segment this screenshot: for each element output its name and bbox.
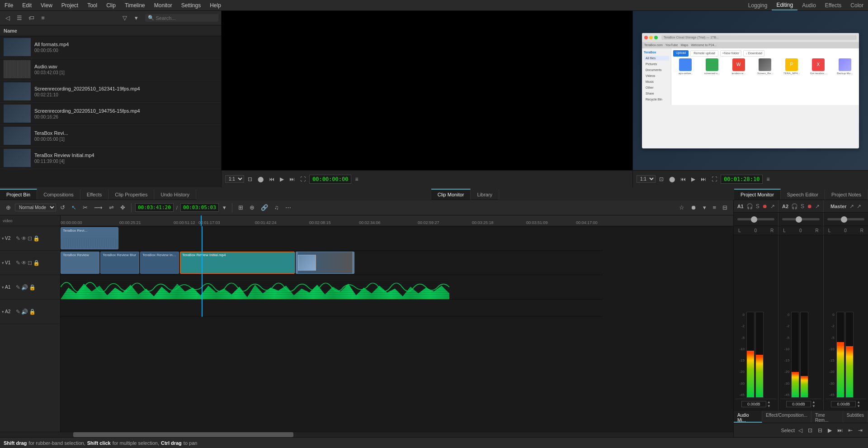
tl-props-btn[interactable]: ≡ xyxy=(710,203,718,212)
file-item-2[interactable]: Screenrecording_20220510_162341-19fps.mp… xyxy=(0,81,221,103)
tab-compositions[interactable]: Compositions xyxy=(37,189,80,200)
mixer-footer-btn5[interactable]: ⏭ xyxy=(835,426,844,434)
proj-prev-btn[interactable]: ⏮ xyxy=(679,175,688,183)
tab-clip-monitor[interactable]: Clip Monitor xyxy=(431,189,471,200)
mixer-a2-headphone[interactable]: 🎧 xyxy=(791,203,798,210)
menu-item-monitor[interactable]: Monitor xyxy=(150,1,177,10)
v1-lock-icon[interactable]: ✎ xyxy=(16,260,20,266)
clip-v1-2[interactable]: TeraBox Review Blur xyxy=(100,252,139,274)
proj-next-btn[interactable]: ⏭ xyxy=(699,175,708,183)
v2-eye-icon[interactable]: 👁 xyxy=(21,235,27,242)
a2-collapse[interactable]: ▾ xyxy=(2,310,4,314)
bin-menu-btn[interactable]: ≡ xyxy=(38,14,48,23)
clip-in-btn[interactable]: ⬤ xyxy=(256,175,265,183)
tab-effects[interactable]: Effects xyxy=(80,189,108,200)
tab-speech-editor[interactable]: Speech Editor xyxy=(781,189,825,200)
tl-slip-btn[interactable]: ⇌ xyxy=(107,203,116,212)
mixer-footer-btn2[interactable]: ⊡ xyxy=(806,426,814,434)
file-item-4[interactable]: TeraBox Revi...00:00:05:00 [1] xyxy=(0,125,221,147)
tl-transform-btn[interactable]: ↺ xyxy=(58,203,67,212)
tl-snap-btn[interactable]: ⊕ xyxy=(247,203,257,212)
clip-prev-btn[interactable]: ⏮ xyxy=(267,175,276,183)
tl-mode-select[interactable]: Normal Mode xyxy=(15,204,56,211)
bin-back-btn[interactable]: ◁ xyxy=(3,14,13,23)
a1-collapse[interactable]: ▾ xyxy=(2,285,4,290)
tab-clip-properties[interactable]: Clip Properties xyxy=(108,189,154,200)
v2-snapshot-icon[interactable]: ⊡ xyxy=(28,235,32,242)
a1-audio-clip[interactable] xyxy=(61,275,449,299)
filter-btn[interactable]: ▽ xyxy=(120,14,130,23)
proj-zoom-btn[interactable]: ⊡ xyxy=(657,175,665,183)
mixer-footer-btn7[interactable]: ⇥ xyxy=(856,426,864,434)
tab-undo-history[interactable]: Undo History xyxy=(154,189,196,200)
v2-lock-icon[interactable]: ✎ xyxy=(16,235,20,242)
mixer-footer-btn4[interactable]: ▶ xyxy=(826,426,834,434)
menu-item-timeline[interactable]: Timeline xyxy=(120,1,150,10)
tl-insert-btn[interactable]: ⟿ xyxy=(92,203,105,212)
v1-collapse[interactable]: ▾ xyxy=(2,261,4,265)
tab-project-notes[interactable]: Project Notes xyxy=(825,189,868,200)
timeline-scrollbar[interactable] xyxy=(0,432,733,437)
tl-audio-btn[interactable]: ♫ xyxy=(272,203,281,212)
tl-track-add-btn[interactable]: ⊕ xyxy=(4,203,13,212)
a2-padlock-icon[interactable]: 🔒 xyxy=(29,309,36,315)
clip-v1-4[interactable]: TeraBox Review Initial.mp4 xyxy=(180,252,295,274)
file-item-0[interactable]: All formats.mp400:00:05:00 xyxy=(0,36,221,58)
tl-select-btn[interactable]: ↖ xyxy=(69,203,79,212)
v2-padlock-icon[interactable]: 🔒 xyxy=(33,235,40,242)
file-item-1[interactable]: Audio.wav00:03:42:03 [1] xyxy=(0,58,221,81)
mixer-master-headphone[interactable]: ↗ xyxy=(849,203,854,210)
search-input[interactable] xyxy=(156,15,216,21)
mixer-tab-time[interactable]: Time Rem... xyxy=(811,410,843,423)
tab-project-bin[interactable]: Project Bin xyxy=(0,189,37,200)
clip-menu-btn[interactable]: ≡ xyxy=(353,175,360,183)
tl-fit-btn[interactable]: ⊞ xyxy=(236,203,245,212)
menu-item-view[interactable]: View xyxy=(36,1,57,10)
proj-menu-btn[interactable]: ≡ xyxy=(764,175,771,183)
a1-padlock-icon[interactable]: 🔒 xyxy=(29,284,36,291)
mixer-footer-btn6[interactable]: ⇤ xyxy=(846,426,854,434)
clip-play-btn[interactable]: ▶ xyxy=(278,175,286,183)
master-fader-knob[interactable] xyxy=(841,216,847,223)
a2-lock-icon[interactable]: ✎ xyxy=(16,309,20,315)
tl-hand-btn[interactable]: ✥ xyxy=(118,203,127,212)
menu-logging[interactable]: Logging xyxy=(744,1,772,10)
a1-mute-icon[interactable]: 🔊 xyxy=(21,284,28,291)
bin-list-btn[interactable]: ☰ xyxy=(14,14,24,23)
mixer-tab-audio[interactable]: Audio Mi... xyxy=(734,410,762,423)
mixer-a2-solo[interactable]: S xyxy=(801,203,804,210)
v1-padlock-icon[interactable]: 🔒 xyxy=(33,260,40,266)
menu-editing[interactable]: Editing xyxy=(772,0,797,10)
menu-item-tool[interactable]: Tool xyxy=(83,1,102,10)
menu-audio[interactable]: Audio xyxy=(797,1,821,10)
clip-next-btn[interactable]: ⏭ xyxy=(288,175,297,183)
tl-cut-btn[interactable]: ✂ xyxy=(80,203,90,212)
v2-collapse[interactable]: ▾ xyxy=(2,236,4,241)
clip-zoom-btn[interactable]: ⊡ xyxy=(246,175,254,183)
file-item-5[interactable]: TeraBox Review Initial.mp400:11:39:00 [4… xyxy=(0,147,221,169)
mixer-a1-solo[interactable]: S xyxy=(756,203,760,210)
filter-arrow-btn[interactable]: ▾ xyxy=(132,14,142,23)
mixer-tab-effect[interactable]: Effect/Composition... xyxy=(762,410,811,423)
scrollbar-thumb[interactable] xyxy=(73,432,293,437)
menu-effects[interactable]: Effects xyxy=(821,1,846,10)
clip-v1-1[interactable]: TeraBox Review xyxy=(61,252,99,274)
bin-tag-btn[interactable]: 🏷 xyxy=(26,14,36,23)
proj-play-btn[interactable]: ▶ xyxy=(689,175,697,183)
mixer-master-send[interactable]: ↗ xyxy=(857,203,861,210)
tl-more-btn[interactable]: ⋯ xyxy=(283,203,293,212)
tl-star-btn[interactable]: ☆ xyxy=(677,203,687,212)
tab-library[interactable]: Library xyxy=(471,189,499,200)
clip-fullscreen-btn[interactable]: ⛶ xyxy=(298,175,307,183)
tl-record-dropdown[interactable]: ▾ xyxy=(701,203,708,212)
menu-item-help[interactable]: Help xyxy=(205,1,226,10)
menu-item-file[interactable]: File xyxy=(0,1,18,10)
mixer-footer-btn1[interactable]: ◁ xyxy=(797,426,804,434)
master-db-spinner[interactable]: ▲ ▼ xyxy=(857,400,860,408)
mixer-a2-send[interactable]: ↗ xyxy=(815,203,820,210)
proj-fullscreen-btn[interactable]: ⛶ xyxy=(710,175,719,183)
tab-project-monitor[interactable]: Project Monitor xyxy=(734,189,781,200)
v1-eye-icon[interactable]: 👁 xyxy=(21,260,27,266)
menu-item-edit[interactable]: Edit xyxy=(18,1,36,10)
mixer-a1-record[interactable]: ⏺ xyxy=(762,203,768,210)
